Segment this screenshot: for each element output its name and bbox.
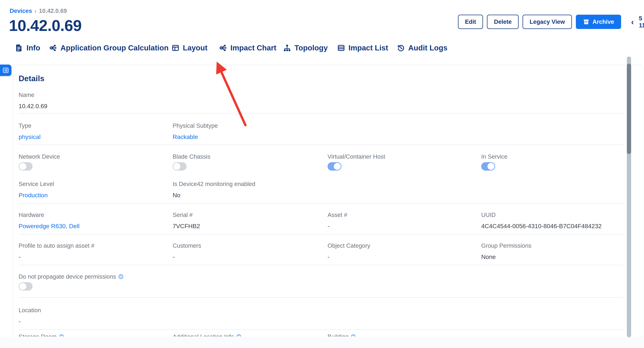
prev-page-chevron[interactable]: ‹ bbox=[630, 18, 634, 26]
divider bbox=[18, 265, 623, 266]
field-service-level-value[interactable]: Production bbox=[18, 192, 54, 199]
field-uuid-label: UUID bbox=[481, 212, 602, 218]
field-serial-label: Serial # bbox=[173, 212, 200, 218]
tab-application-group-calculation-label: Application Group Calculation bbox=[60, 44, 168, 52]
field-name-label: Name bbox=[18, 92, 48, 98]
field-serial-value: 7VCFHB2 bbox=[173, 223, 200, 230]
field-storage-room: Storage Room bbox=[18, 333, 64, 336]
virtual-container-host-toggle[interactable] bbox=[328, 162, 342, 170]
list-icon bbox=[2, 67, 9, 74]
field-network-device-label: Network Device bbox=[18, 153, 60, 160]
field-location-value: - bbox=[18, 318, 41, 325]
info-icon[interactable] bbox=[59, 334, 64, 336]
breadcrumb-devices-link[interactable]: Devices bbox=[10, 8, 32, 14]
field-in-service-label: In Service bbox=[481, 153, 508, 160]
field-uuid-value: 4C4C4544-0056-4310-8046-B7C04F484232 bbox=[481, 223, 602, 230]
field-additional-location-info: Additional Location Info bbox=[173, 333, 242, 336]
info-icon[interactable] bbox=[350, 334, 356, 336]
field-do-not-propagate-label: Do not propagate device permissions bbox=[18, 273, 116, 280]
info-icon[interactable] bbox=[236, 334, 242, 336]
field-customers-label: Customers bbox=[173, 242, 201, 249]
field-hardware: Hardware Poweredge R630, Dell bbox=[18, 212, 80, 230]
field-blade-chassis: Blade Chassis bbox=[173, 153, 210, 170]
field-type: Type physical bbox=[18, 122, 40, 140]
do-not-propagate-toggle[interactable] bbox=[18, 282, 32, 290]
field-building: Building bbox=[328, 333, 356, 336]
breadcrumb-separator: › bbox=[34, 8, 36, 14]
field-physical-subtype-label: Physical Subtype bbox=[173, 122, 218, 129]
field-asset: Asset # - bbox=[328, 212, 347, 230]
details-heading: Details bbox=[18, 74, 44, 83]
delete-button[interactable]: Delete bbox=[487, 15, 518, 29]
field-monitoring-enabled-value: No bbox=[173, 192, 255, 199]
tab-impact-list[interactable]: Impact List bbox=[337, 41, 388, 55]
field-monitoring-enabled: Is Device42 monitoring enabled No bbox=[173, 180, 255, 199]
tab-bar: Info Application Group Calculation bbox=[0, 41, 644, 57]
field-in-service: In Service bbox=[481, 153, 508, 170]
archive-button[interactable]: Archive bbox=[576, 15, 621, 29]
field-type-value[interactable]: physical bbox=[18, 134, 40, 140]
field-blade-chassis-label: Blade Chassis bbox=[173, 153, 210, 160]
tab-impact-chart-label: Impact Chart bbox=[230, 44, 276, 52]
history-icon bbox=[397, 44, 405, 52]
tab-info-label: Info bbox=[26, 44, 40, 52]
scrollbar-thumb[interactable] bbox=[627, 64, 631, 154]
network-device-toggle[interactable] bbox=[18, 162, 32, 170]
breadcrumb-current: 10.42.0.69 bbox=[39, 8, 67, 14]
tab-layout-label: Layout bbox=[183, 44, 208, 52]
field-customers: Customers - bbox=[173, 242, 201, 260]
panel-collapse-button[interactable] bbox=[0, 64, 12, 76]
page-bottom-gap bbox=[0, 337, 644, 348]
edit-button[interactable]: Edit bbox=[458, 15, 483, 29]
field-object-category-value: - bbox=[328, 254, 370, 260]
info-icon[interactable] bbox=[118, 274, 124, 279]
pagination-count: 5 of 1168 bbox=[639, 15, 644, 29]
field-hardware-value[interactable]: Poweredge R630, Dell bbox=[18, 223, 80, 230]
field-name-value: 10.42.0.69 bbox=[18, 103, 48, 110]
tab-topology[interactable]: Topology bbox=[283, 41, 328, 55]
field-service-level: Service Level Production bbox=[18, 180, 54, 199]
field-serial: Serial # 7VCFHB2 bbox=[173, 212, 200, 230]
divider bbox=[18, 144, 623, 145]
field-storage-room-label: Storage Room bbox=[18, 333, 57, 336]
field-building-label: Building bbox=[328, 333, 348, 336]
tab-impact-list-label: Impact List bbox=[348, 44, 388, 52]
field-profile-auto-assign-label: Profile to auto assign asset # bbox=[18, 242, 94, 249]
impact-chart-icon bbox=[218, 44, 227, 52]
tab-topology-label: Topology bbox=[294, 44, 328, 52]
tab-info[interactable]: Info bbox=[15, 41, 40, 55]
field-type-label: Type bbox=[18, 122, 40, 129]
archive-button-label: Archive bbox=[592, 18, 614, 25]
divider bbox=[18, 113, 623, 114]
field-service-level-label: Service Level bbox=[18, 180, 54, 188]
divider bbox=[18, 297, 623, 298]
field-object-category-label: Object Category bbox=[328, 242, 370, 249]
device-detail-page: Devices › 10.42.0.69 10.42.0.69 Edit Del… bbox=[0, 0, 644, 348]
tab-audit-logs[interactable]: Audit Logs bbox=[397, 41, 448, 55]
in-service-toggle[interactable] bbox=[481, 162, 495, 170]
field-profile-auto-assign: Profile to auto assign asset # - bbox=[18, 242, 94, 260]
field-physical-subtype-value[interactable]: Rackable bbox=[173, 134, 218, 140]
field-network-device: Network Device bbox=[18, 153, 60, 170]
document-icon bbox=[15, 44, 23, 52]
impact-list-icon bbox=[337, 44, 345, 52]
field-location: Location - bbox=[18, 307, 41, 325]
legacy-view-button[interactable]: Legacy View bbox=[522, 15, 572, 29]
field-virtual-container-host-label: Virtual/Container Host bbox=[328, 153, 385, 160]
blade-chassis-toggle[interactable] bbox=[173, 162, 186, 170]
tab-application-group-calculation[interactable]: Application Group Calculation bbox=[49, 41, 168, 55]
field-customers-value: - bbox=[173, 254, 201, 260]
field-monitoring-enabled-label: Is Device42 monitoring enabled bbox=[173, 180, 255, 188]
field-do-not-propagate: Do not propagate device permissions bbox=[18, 273, 124, 290]
tab-impact-chart[interactable]: Impact Chart bbox=[218, 41, 276, 55]
divider bbox=[18, 203, 623, 204]
field-hardware-label: Hardware bbox=[18, 212, 80, 218]
layout-icon bbox=[172, 44, 180, 52]
tab-layout[interactable]: Layout bbox=[172, 41, 208, 55]
field-location-label: Location bbox=[18, 307, 41, 314]
details-panel: Details Name 10.42.0.69 Type physical Ph… bbox=[12, 65, 644, 336]
field-group-permissions-label: Group Permissions bbox=[481, 242, 532, 249]
page-title: 10.42.0.69 bbox=[9, 16, 82, 35]
field-group-permissions-value: None bbox=[481, 254, 532, 260]
field-physical-subtype: Physical Subtype Rackable bbox=[173, 122, 218, 140]
